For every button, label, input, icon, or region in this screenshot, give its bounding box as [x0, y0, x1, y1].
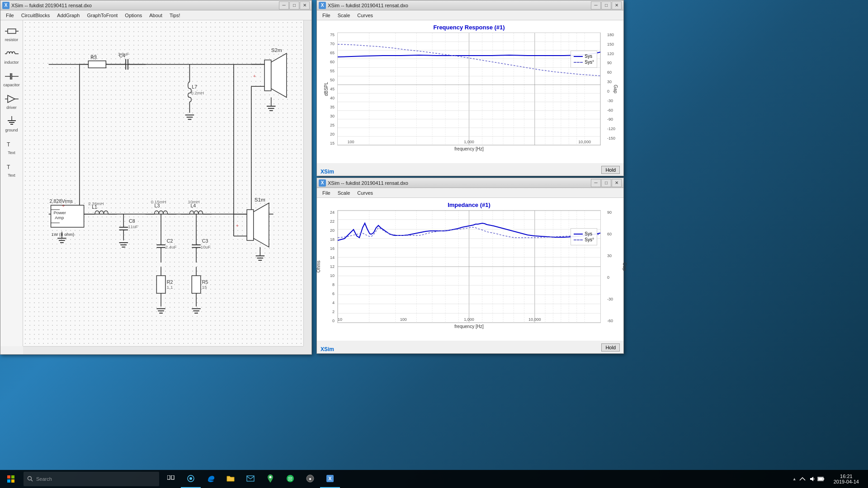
menu-circuitblocks[interactable]: CircuitBlocks [18, 12, 54, 19]
imp-yaxis-20: 20 [320, 228, 335, 233]
svg-text:10,000: 10,000 [578, 140, 591, 144]
impedance-legend-sys: Sys [574, 231, 594, 236]
impedance-minimize-btn[interactable]: ─ [591, 179, 601, 187]
freq-xlabel: frequency [Hz] [337, 146, 601, 151]
resistor-icon [5, 25, 19, 38]
taskbar-clock[interactable]: 16:21 2019-04-14 [828, 474, 864, 484]
circuit-app-icon: X [2, 2, 9, 9]
circuit-minimize-btn[interactable]: ─ [279, 1, 289, 9]
text2-label: Text [8, 173, 15, 178]
impedance-maximize-btn[interactable]: □ [601, 179, 611, 187]
menu-graphtofront[interactable]: GraphToFront [83, 12, 121, 19]
impedance-titlebar[interactable]: X XSim -- fukdist 20190411 rensat.dxo ─ … [317, 178, 623, 188]
driver-icon [5, 93, 19, 105]
imp-yaxis-0: 0 [320, 319, 335, 323]
svg-line-202 [31, 480, 33, 482]
taskbar-app-explorer[interactable] [221, 470, 241, 488]
impedance-legend-sysdeg-line [574, 239, 583, 240]
capacitor-label: capacitor [3, 83, 20, 87]
imp-yright-30: 30 [607, 253, 622, 258]
search-placeholder: Search [36, 476, 52, 482]
circuit-close-btn[interactable]: ✕ [300, 1, 310, 9]
freq-menubar: File Scale Curves [317, 10, 623, 20]
taskbar-app-spotify[interactable] [280, 470, 300, 488]
inductor-label: inductor [4, 60, 19, 65]
ground-icon [5, 115, 19, 128]
impedance-menu-file[interactable]: File [319, 189, 334, 197]
impedance-legend: Sys Sys° [571, 228, 597, 245]
svg-text:1,000: 1,000 [464, 317, 474, 322]
sidebar-item-driver[interactable]: driver [1, 92, 23, 111]
sidebar-item-resistor[interactable]: resistor [1, 24, 23, 43]
sidebar-item-ground[interactable]: ground [1, 114, 23, 133]
freq-yright-180: 180 [607, 33, 622, 37]
freq-minimize-btn[interactable]: ─ [591, 1, 601, 9]
menu-options[interactable]: Options [121, 12, 146, 19]
svg-rect-20 [88, 61, 106, 68]
impedance-app-icon: X [319, 179, 326, 187]
impedance-menu-curves[interactable]: Curves [354, 189, 377, 197]
impedance-graph-area: Impedance (#1) 24 22 20 18 16 14 12 10 8… [317, 198, 623, 341]
imp-yaxis-12: 12 [320, 264, 335, 269]
freq-xsim-label: XSim [321, 169, 334, 175]
freq-legend-sysdeg-label: Sys° [585, 60, 594, 65]
menu-tips[interactable]: Tips! [166, 12, 184, 19]
show-desktop-btn[interactable] [864, 470, 868, 488]
taskbar-app-taskview[interactable] [161, 470, 181, 488]
sidebar-item-text1[interactable]: T Text [1, 137, 23, 156]
freq-maximize-btn[interactable]: □ [601, 1, 611, 9]
clock-time: 16:21 [834, 474, 859, 479]
taskbar-app-edge[interactable] [201, 470, 221, 488]
taskbar-search[interactable]: Search [24, 472, 159, 486]
circuit-canvas[interactable]: R3 3.6 C4 3.3uF L7 0.2mH [23, 20, 303, 346]
svg-text:X: X [328, 476, 332, 481]
taskbar-app-browser[interactable] [181, 470, 201, 488]
taskbar-app-mail[interactable] [241, 470, 260, 488]
network-icon [799, 476, 806, 482]
start-button[interactable] [0, 470, 22, 488]
taskbar-app-maps[interactable] [260, 470, 280, 488]
freq-yaxis-25: 25 [320, 123, 335, 127]
systray-arrow[interactable]: ▲ [793, 477, 797, 481]
freq-yright-60: 60 [607, 70, 622, 75]
svg-text:S1m: S1m [255, 197, 265, 202]
freq-menu-file[interactable]: File [319, 12, 334, 19]
svg-marker-40 [271, 53, 287, 97]
sidebar-item-inductor[interactable]: inductor [1, 47, 23, 66]
freq-yaxis-15: 15 [320, 141, 335, 145]
taskbar-app-xsim[interactable]: X [320, 470, 340, 488]
sidebar-item-text2[interactable]: T Text [1, 160, 23, 178]
svg-text:100: 100 [400, 317, 407, 322]
circuit-maximize-btn[interactable]: □ [289, 1, 299, 9]
text1-label: Text [8, 150, 15, 155]
freq-yright-n120: -120 [607, 127, 622, 131]
circuit-titlebar[interactable]: X XSim -- fukdist 20190411 rensat.dxo ─ … [0, 0, 311, 10]
impedance-hold-btn[interactable]: Hold [601, 343, 620, 352]
freq-close-btn[interactable]: ✕ [612, 1, 622, 9]
impedance-close-btn[interactable]: ✕ [612, 179, 622, 187]
svg-point-208 [269, 476, 272, 479]
freq-yright-120: 120 [607, 52, 622, 56]
svg-text:0.2mH: 0.2mH [191, 90, 204, 95]
imp-yaxis-2: 2 [320, 310, 335, 314]
freq-menu-curves[interactable]: Curves [354, 12, 377, 19]
circuit-scrollbar-horizontal[interactable] [23, 346, 303, 354]
menu-about[interactable]: About [146, 12, 166, 19]
imp-yaxis-8: 8 [320, 282, 335, 287]
circuit-scrollbar-vertical[interactable] [303, 20, 311, 346]
circuit-window-title: XSim -- fukdist 20190411 rensat.dxo [11, 3, 279, 8]
freq-hold-btn[interactable]: Hold [601, 166, 620, 174]
freq-yright-n90: -90 [607, 117, 622, 122]
freq-legend-sys-label: Sys [585, 54, 592, 59]
menu-file[interactable]: File [2, 12, 18, 19]
svg-rect-90 [156, 276, 165, 293]
freq-menu-scale[interactable]: Scale [334, 12, 354, 19]
impedance-menu-scale[interactable]: Scale [334, 189, 354, 197]
freq-response-titlebar[interactable]: X XSim -- fukdist 20190411 rensat.dxo ─ … [317, 0, 623, 10]
sidebar-item-capacitor[interactable]: capacitor [1, 69, 23, 88]
svg-rect-216 [823, 478, 824, 480]
taskbar-app-circle[interactable]: ● [300, 470, 320, 488]
freq-yaxis-30: 30 [320, 114, 335, 118]
menu-addgraph[interactable]: AddGraph [53, 12, 83, 19]
impedance-graph-title: Impedance (#1) [337, 202, 601, 208]
